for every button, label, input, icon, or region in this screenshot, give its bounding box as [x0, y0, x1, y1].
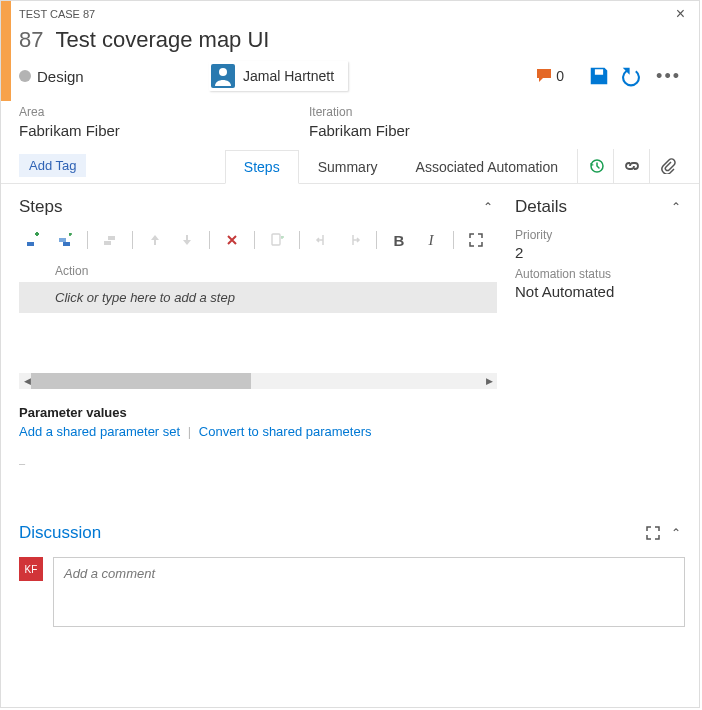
tab-steps[interactable]: Steps: [225, 150, 299, 184]
attach-file-button[interactable]: [263, 226, 291, 254]
refresh-button[interactable]: [620, 65, 642, 87]
insert-shared-step-button[interactable]: [51, 226, 79, 254]
svg-rect-6: [108, 236, 115, 240]
work-item-id: 87: [19, 27, 43, 53]
discussion-title: Discussion: [19, 523, 101, 543]
convert-shared-parameters-link[interactable]: Convert to shared parameters: [199, 424, 372, 439]
svg-rect-2: [27, 242, 34, 246]
steps-section-title: Steps: [19, 197, 62, 217]
delete-step-button[interactable]: [218, 226, 246, 254]
close-button[interactable]: ×: [672, 5, 689, 23]
scroll-right-icon[interactable]: ▶: [483, 376, 495, 386]
history-icon[interactable]: [577, 149, 613, 183]
insert-step-button[interactable]: [19, 226, 47, 254]
outdent-button[interactable]: [308, 226, 336, 254]
state-value: Design: [37, 68, 84, 85]
add-comment-input[interactable]: Add a comment: [53, 557, 685, 627]
svg-rect-3: [63, 242, 70, 246]
add-step-input[interactable]: Click or type here to add a step: [19, 282, 497, 313]
work-item-type-label: TEST CASE 87: [19, 8, 95, 20]
links-icon[interactable]: [613, 149, 649, 183]
move-down-button[interactable]: [173, 226, 201, 254]
steps-toolbar: B I: [19, 224, 497, 260]
scrollbar-thumb[interactable]: [31, 373, 251, 389]
area-label: Area: [19, 105, 269, 119]
collapse-steps-icon[interactable]: ⌃: [479, 196, 497, 218]
work-item-title[interactable]: Test coverage map UI: [55, 27, 269, 53]
tab-associated-automation[interactable]: Associated Automation: [397, 150, 577, 184]
comment-count[interactable]: 0: [537, 68, 564, 84]
state-field[interactable]: Design: [19, 68, 199, 85]
move-up-button[interactable]: [141, 226, 169, 254]
current-user-avatar: KF: [19, 557, 43, 581]
add-shared-parameter-link[interactable]: Add a shared parameter set: [19, 424, 180, 439]
assignee-name: Jamal Hartnett: [243, 68, 334, 84]
avatar-icon: [211, 64, 235, 88]
area-value[interactable]: Fabrikam Fiber: [19, 122, 269, 139]
svg-point-0: [219, 68, 227, 76]
bold-button[interactable]: B: [385, 226, 413, 254]
create-shared-steps-button[interactable]: [96, 226, 124, 254]
iteration-value[interactable]: Fabrikam Fiber: [309, 122, 559, 139]
steps-horizontal-scrollbar[interactable]: ◀ ▶: [19, 373, 497, 389]
save-button[interactable]: [588, 65, 610, 87]
tab-summary[interactable]: Summary: [299, 150, 397, 184]
svg-rect-4: [59, 238, 66, 242]
priority-label: Priority: [515, 228, 685, 242]
assignee-field[interactable]: Jamal Hartnett: [209, 61, 348, 91]
italic-button[interactable]: I: [417, 226, 445, 254]
svg-rect-7: [272, 234, 280, 245]
iteration-label: Iteration: [309, 105, 559, 119]
discussion-fullscreen-button[interactable]: [639, 519, 667, 547]
state-dot-icon: [19, 70, 31, 82]
svg-rect-5: [104, 241, 111, 245]
parameter-values-header: Parameter values: [19, 405, 497, 420]
priority-value[interactable]: 2: [515, 244, 685, 261]
steps-column-action: Action: [19, 260, 497, 282]
automation-status-value[interactable]: Not Automated: [515, 283, 685, 300]
indent-button[interactable]: [340, 226, 368, 254]
collapsed-section-indicator[interactable]: –: [19, 457, 497, 469]
collapse-discussion-icon[interactable]: ⌃: [667, 522, 685, 544]
more-actions-button[interactable]: •••: [652, 66, 685, 87]
add-tag-button[interactable]: Add Tag: [19, 154, 86, 177]
attachments-icon[interactable]: [649, 149, 685, 183]
details-section-title: Details: [515, 197, 567, 217]
automation-status-label: Automation status: [515, 267, 685, 281]
collapse-details-icon[interactable]: ⌃: [667, 196, 685, 218]
fullscreen-button[interactable]: [462, 226, 490, 254]
